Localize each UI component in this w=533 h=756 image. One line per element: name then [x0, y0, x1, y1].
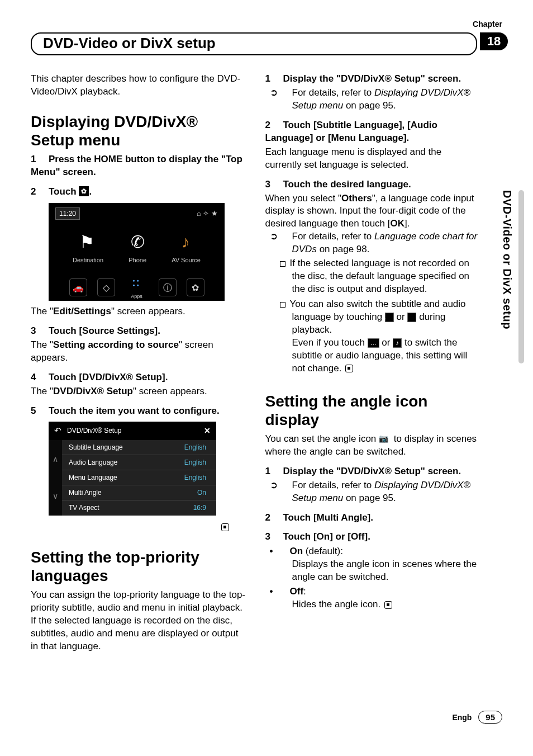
setup-list-screenshot: ↶ DVD/DivX® Setup ✕ ∧ ∨ Subtitle Languag…	[49, 422, 216, 515]
list-item: Menu LanguageEnglish	[62, 470, 216, 485]
bottom-icon: 🚗	[69, 278, 87, 296]
step-text: Touch	[49, 186, 79, 197]
step-number: 2	[265, 119, 283, 132]
button-name: OK	[391, 218, 405, 229]
note-text: If the selected language is not recorded…	[290, 258, 470, 294]
gear-icon: ✿	[187, 278, 204, 296]
audio-icon: ♪	[407, 313, 416, 322]
option-name: Others	[341, 193, 372, 204]
apps-icon: Apps	[125, 278, 149, 296]
ref-text: on page 95.	[343, 493, 396, 503]
step-text: Display the "DVD/DivX® Setup" screen.	[283, 73, 461, 84]
close-icon: ✕	[204, 426, 211, 436]
step-text: Press the HOME button to display the "To…	[31, 154, 242, 177]
left-column: This chapter describes how to configure …	[31, 73, 246, 653]
ref-text: For details, refer to	[292, 231, 374, 242]
box-bullet-icon	[280, 302, 285, 308]
section-end-icon	[345, 365, 353, 372]
right-column: 1Display the "DVD/DivX® Setup" screen. ➲…	[265, 73, 480, 653]
box-bullet-icon	[280, 261, 285, 267]
menu-phone: ✆Phone	[123, 228, 151, 264]
side-tab: DVD-Video or DivX setup	[501, 190, 517, 363]
step-number: 1	[265, 465, 283, 478]
option-body: Displays the angle icon in scenes where …	[265, 558, 480, 584]
arrow-icon: ➲	[281, 87, 292, 100]
step-text: Touch [Multi Angle].	[283, 512, 373, 523]
side-tab-text: DVD-Video or DivX setup	[501, 190, 513, 329]
body-text: ].	[404, 218, 410, 229]
gear-icon: ✿	[79, 186, 89, 196]
step-text: Touch the desired language.	[283, 179, 411, 190]
list-item: Audio LanguageEnglish	[62, 455, 216, 470]
menu-av-source: ♪AV Source	[172, 228, 201, 264]
ref-text: For details, refer to	[292, 480, 374, 490]
option-on: On	[290, 546, 303, 556]
list-item: Subtitle LanguageEnglish	[62, 440, 216, 455]
list-item: Multi AngleOn	[62, 485, 216, 500]
settings-list: Subtitle LanguageEnglish Audio LanguageE…	[62, 440, 216, 516]
ref-text: on page 95.	[343, 100, 396, 111]
page-number: 95	[478, 711, 502, 724]
step-text: Display the "DVD/DivX® Setup" screen.	[283, 466, 461, 476]
step-text: Touch [Subtitle Language], [Audio Langua…	[265, 120, 437, 143]
menu-destination: ⚑Destination	[73, 228, 103, 264]
arrow-icon: ➲	[281, 479, 292, 492]
step-number: 2	[31, 186, 49, 199]
heading-top-priority-languages: Setting the top-priority languages	[31, 548, 246, 585]
step-text: Touch [On] or [Off].	[283, 531, 370, 542]
step-number: 5	[31, 405, 49, 418]
step-number: 1	[31, 153, 49, 166]
intro-text: This chapter describes how to configure …	[31, 73, 246, 98]
caption-text: " screen appears.	[111, 306, 185, 316]
status-icons: ⌂ ✧ ★	[197, 209, 218, 219]
audio-icon: ♪	[393, 338, 402, 348]
clock-display: 11:20	[55, 207, 80, 220]
step-number: 2	[265, 512, 283, 525]
list-item: TV Aspect16:9	[62, 500, 216, 515]
caption-text: The "	[31, 339, 53, 350]
step-number: 3	[265, 531, 283, 544]
subtitle-icon: …	[385, 313, 394, 322]
section-end-icon	[221, 523, 229, 531]
bullet-icon: •	[281, 545, 290, 558]
step-number: 3	[31, 325, 49, 338]
page-title: DVD-Video or DivX setup	[31, 32, 477, 55]
section-end-icon	[384, 601, 392, 609]
screen-title: DVD/DivX® Setup	[61, 426, 204, 435]
bullet-icon: •	[281, 585, 290, 598]
step-number: 1	[265, 73, 283, 86]
option-tail: :	[303, 586, 306, 597]
caption-text: " screen appears.	[133, 386, 207, 396]
ref-text: on page 98.	[317, 244, 370, 254]
note-text: or	[379, 337, 393, 348]
back-icon: ↶	[54, 425, 61, 436]
body-text: You can set the angle icon	[265, 433, 379, 444]
chapter-number-tab: 18	[480, 32, 508, 50]
heading-angle-icon-display: Setting the angle icon display	[265, 392, 480, 429]
page-footer: Engb 95	[452, 711, 502, 724]
chapter-label: Chapter	[473, 20, 502, 29]
step-text: Touch the item you want to configure.	[49, 405, 220, 416]
screen-name: Setting according to source	[53, 339, 179, 350]
body-text: You can assign the top-priority language…	[31, 589, 246, 653]
note-text: Even if you touch	[292, 337, 368, 348]
option-body: Hides the angle icon.	[292, 599, 381, 609]
option-tail: (default):	[303, 546, 343, 556]
caption-text: The "	[31, 386, 53, 396]
step-text: Touch [DVD/DivX® Setup].	[49, 372, 168, 382]
body-text: When you select "	[265, 193, 341, 204]
body-text: Each language menu is displayed and the …	[265, 146, 480, 172]
screen-name: Edit/Settings	[53, 306, 111, 316]
side-tab-accent	[518, 190, 524, 363]
option-off: Off	[290, 586, 304, 597]
step-text: Touch [Source Settings].	[49, 325, 160, 336]
step-number: 4	[31, 371, 49, 384]
step-number: 3	[265, 178, 283, 191]
chevron-down-icon: ∨	[53, 491, 58, 502]
top-menu-screenshot: 11:20 ⌂ ✧ ★ ⚑Destination ✆Phone ♪AV Sour…	[49, 203, 225, 301]
angle-icon	[379, 434, 391, 443]
caption-text: The "	[31, 306, 53, 316]
heading-displaying-setup: Displaying DVD/DivX® Setup menu	[31, 112, 246, 150]
step-text-tail: .	[89, 186, 92, 197]
arrow-icon: ➲	[281, 230, 292, 243]
